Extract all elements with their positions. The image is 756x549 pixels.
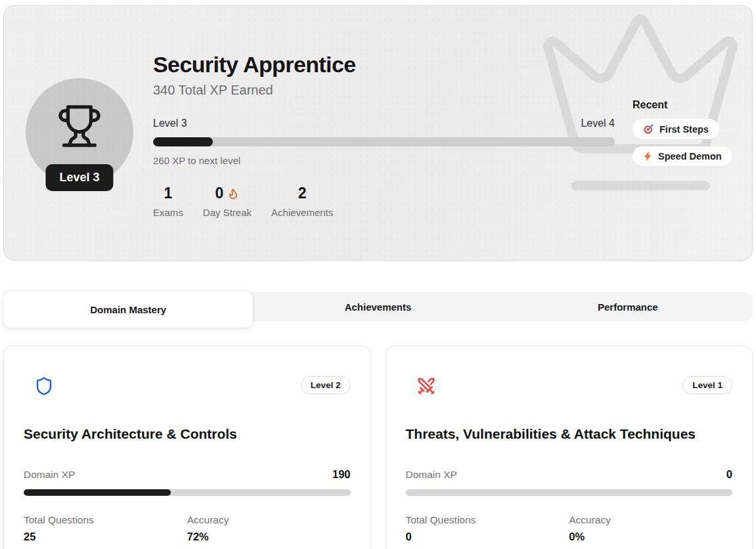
tab-domain-mastery[interactable]: Domain Mastery <box>3 291 253 328</box>
domain-progress-bar <box>406 489 733 496</box>
accuracy-value: 0% <box>569 531 732 543</box>
badge-first-steps: First Steps <box>633 119 719 139</box>
stat-day-streak: 0 Day Streak <box>203 185 252 218</box>
flame-icon <box>227 188 239 200</box>
recent-title: Recent <box>633 99 732 111</box>
stat-achievements: 2 Achievements <box>271 185 333 218</box>
swords-icon <box>416 376 436 396</box>
current-level-label: Level 3 <box>153 118 187 129</box>
hero-main: Security Apprentice 340 Total XP Earned … <box>153 6 615 218</box>
stat-day-streak-label: Day Streak <box>203 207 252 218</box>
domain-progress-fill <box>24 489 171 496</box>
badge-first-steps-label: First Steps <box>659 124 709 135</box>
total-questions-value: 25 <box>24 531 187 543</box>
domain-xp-value: 190 <box>332 468 351 481</box>
recent-achievements: Recent First Steps Speed Demon <box>633 99 732 166</box>
accuracy-label: Accuracy <box>569 514 732 526</box>
tab-strip: Domain Mastery Achievements Performance <box>3 292 753 321</box>
player-summary-card: Level 3 Security Apprentice 340 Total XP… <box>3 5 753 261</box>
tab-performance[interactable]: Performance <box>503 292 753 321</box>
recent-badge-list: First Steps Speed Demon <box>633 119 732 166</box>
domain-xp-row: Domain XP 190 <box>24 468 351 481</box>
card-header: Level 2 <box>24 376 351 396</box>
accuracy-value: 72% <box>187 531 351 543</box>
stat-achievements-value: 2 <box>271 185 333 202</box>
avatar-level-badge: Level 3 <box>45 164 113 191</box>
stat-exams-label: Exams <box>153 207 183 218</box>
total-xp-subtitle: 340 Total XP Earned <box>153 83 615 98</box>
shield-icon <box>34 376 54 396</box>
badge-speed-demon: Speed Demon <box>633 146 732 166</box>
next-level-label: Level 4 <box>581 118 615 129</box>
dart-target-icon <box>643 123 654 135</box>
level-progress-bar <box>153 137 615 146</box>
stat-exams-value: 1 <box>153 185 183 202</box>
trophy-icon <box>56 103 102 149</box>
stat-day-streak-value: 0 <box>203 185 252 202</box>
domain-title: Threats, Vulnerabilities & Attack Techni… <box>406 426 733 442</box>
domain-xp-label: Domain XP <box>24 469 75 481</box>
domain-title: Security Architecture & Controls <box>24 426 351 442</box>
domain-progress-bar <box>24 489 351 496</box>
domain-xp-row: Domain XP 0 <box>406 468 733 481</box>
domain-stat-accuracy: Accuracy 72% <box>187 514 351 543</box>
domain-level-badge: Level 1 <box>682 376 732 394</box>
stat-achievements-label: Achievements <box>271 207 333 218</box>
total-questions-value: 0 <box>406 531 569 543</box>
domain-stat-total-questions: Total Questions 0 <box>406 514 569 543</box>
domain-stats: Total Questions 0 Accuracy 0% <box>406 514 733 543</box>
avatar: Level 3 <box>26 78 133 186</box>
domain-stats: Total Questions 25 Accuracy 72% <box>24 514 351 543</box>
page-title: Security Apprentice <box>153 52 615 77</box>
level-progress-fill <box>153 137 213 146</box>
domain-level-badge: Level 2 <box>301 376 351 394</box>
domain-xp-value: 0 <box>726 468 732 481</box>
total-questions-label: Total Questions <box>24 514 187 526</box>
lightning-icon <box>643 151 653 162</box>
card-header: Level 1 <box>406 376 733 396</box>
summary-stats: 1 Exams 0 Day Streak 2 Achievements <box>153 185 615 218</box>
xp-to-next-level: 260 XP to next level <box>153 155 615 166</box>
accuracy-label: Accuracy <box>187 514 351 526</box>
tab-achievements[interactable]: Achievements <box>253 292 502 321</box>
domain-card-threats-vulnerabilities: Level 1 Threats, Vulnerabilities & Attac… <box>386 345 753 549</box>
view-tabs: Domain Mastery Achievements Performance <box>3 291 753 328</box>
badge-speed-demon-label: Speed Demon <box>658 151 722 162</box>
domain-stat-accuracy: Accuracy 0% <box>569 514 732 543</box>
domain-cards: Level 2 Security Architecture & Controls… <box>3 345 753 549</box>
domain-stat-total-questions: Total Questions 25 <box>24 514 187 543</box>
level-progress-labels: Level 3 Level 4 <box>153 118 615 129</box>
domain-card-security-architecture: Level 2 Security Architecture & Controls… <box>3 345 371 549</box>
stat-exams: 1 Exams <box>153 185 183 218</box>
domain-xp-label: Domain XP <box>406 469 457 481</box>
total-questions-label: Total Questions <box>406 514 569 526</box>
